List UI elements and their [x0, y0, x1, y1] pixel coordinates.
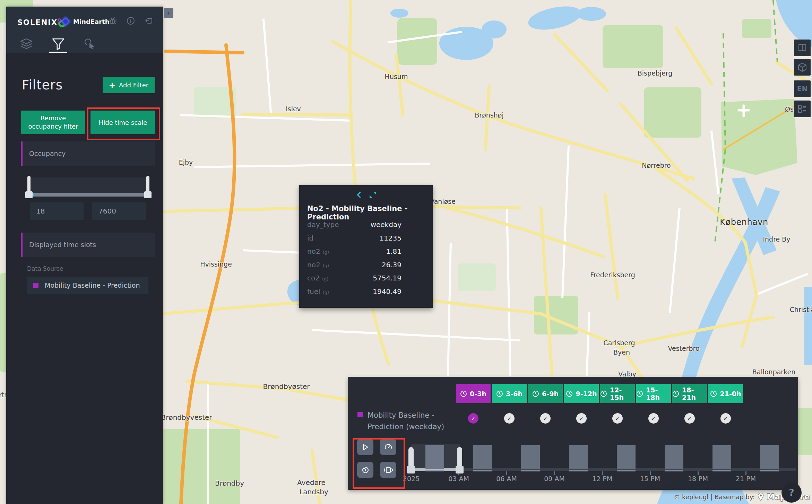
- locale-button[interactable]: EN: [794, 80, 811, 97]
- timeline-bar-underline: [665, 470, 683, 471]
- timeline-bar-underline: [521, 470, 540, 471]
- tooltip-row: id11235: [307, 234, 424, 247]
- tooltip-row-unit: (g): [323, 263, 329, 268]
- tooltip-row: fuel(g)1940.49: [307, 287, 424, 301]
- tab-interactions[interactable]: [82, 37, 98, 51]
- data-source-label: Data Source: [27, 265, 63, 272]
- timeline-axis-label: 03 AM: [448, 475, 469, 483]
- map-place-label: Brøndbyøster: [263, 382, 310, 391]
- occupancy-slider-knob-min[interactable]: [25, 191, 33, 198]
- tooltip-row-unit: (g): [322, 276, 328, 281]
- occupancy-min-input[interactable]: 18: [30, 202, 84, 220]
- timeline-knob-start[interactable]: [407, 466, 415, 473]
- occupancy-slider-handle-min[interactable]: [27, 176, 31, 193]
- tooltip-row-label: no2: [307, 261, 320, 269]
- exit-icon[interactable]: [144, 16, 153, 25]
- tooltip-rows: day_typeweekdayid11235no2(g)1.81no2(g)26…: [307, 220, 424, 301]
- info-icon[interactable]: [126, 16, 135, 25]
- timeline-bar: [712, 445, 731, 469]
- tooltip-row-label: co2: [307, 274, 320, 282]
- dataset-color-swatch: [33, 283, 38, 288]
- timeline-tick: [554, 471, 555, 475]
- timeline-bar: [521, 445, 540, 469]
- timeline-knob-end[interactable]: [456, 466, 464, 473]
- solenix-brand-text: SOLENIX: [17, 18, 58, 27]
- map-place-label: Vesterbro: [668, 345, 699, 352]
- timeline-axis-label: 06 AM: [496, 475, 517, 483]
- timeline-axis-label: 2025: [403, 475, 420, 483]
- collapse-sidebar-button[interactable]: ‹: [164, 8, 173, 18]
- tooltip-row-label: day_type: [307, 220, 339, 229]
- 3d-view-button[interactable]: [794, 59, 811, 76]
- hide-time-scale-button[interactable]: Hide time scale: [90, 111, 155, 134]
- occupancy-slider-handle-max[interactable]: [146, 176, 149, 193]
- plus-icon: +: [109, 81, 115, 90]
- tooltip-row: no2(g)26.39: [307, 261, 424, 274]
- tooltip-row-label: fuel: [307, 287, 320, 296]
- remove-occupancy-filter-button[interactable]: Remove occupancy filter: [21, 111, 85, 134]
- map-place-label: Christian: [790, 306, 812, 313]
- timeline-bar: [473, 445, 492, 469]
- help-button[interactable]: ?: [781, 483, 802, 503]
- map-place-label: Hvissinge: [200, 260, 232, 268]
- tooltip-row: co2(g)5754.19: [307, 274, 424, 287]
- mindearth-logo: MindEarth: [61, 17, 110, 26]
- map-place-label: Carlsberg: [603, 339, 635, 347]
- mindearth-logo-icon: [59, 15, 72, 28]
- displayed-time-slots-header[interactable]: Displayed time slots: [21, 233, 155, 257]
- map-place-label: Islev: [286, 105, 301, 113]
- tooltip-row-unit: (g): [323, 290, 329, 295]
- timeline-axis-label: 15 PM: [640, 475, 660, 483]
- mindearth-brand-text: MindEarth: [73, 18, 110, 25]
- map-place-label: Avedøre: [297, 478, 326, 487]
- tooltip-row: no2(g)1.81: [307, 247, 424, 261]
- tooltip-row-value: 1.81: [386, 247, 424, 255]
- bug-report-icon[interactable]: [108, 16, 117, 25]
- timeline-bar-underline: [760, 470, 779, 471]
- occupancy-slider-knob-max[interactable]: [144, 191, 152, 198]
- tooltip-row-label: id: [307, 234, 313, 242]
- timeline-axis[interactable]: [411, 468, 796, 471]
- map-place-label: Indre By: [763, 235, 790, 243]
- data-source-row[interactable]: Mobility Baseline - Prediction: [27, 277, 148, 294]
- tooltip-row-value: 11235: [379, 234, 424, 242]
- timeline-axis-label: 18 PM: [688, 475, 708, 483]
- occupancy-filter-header[interactable]: Occupancy: [21, 141, 155, 166]
- occupancy-filter-title: Occupancy: [29, 150, 66, 157]
- timeline-axis-label: 21 PM: [736, 475, 756, 483]
- timeline-bar: [425, 445, 444, 469]
- tab-filters[interactable]: [50, 37, 67, 51]
- timeline-bar-underline: [473, 470, 492, 471]
- map-place-label: Brønshøj: [475, 111, 503, 119]
- timeline-bar: [665, 445, 683, 469]
- map-place-label: Ballonparken: [752, 368, 795, 376]
- map-place-label: København: [720, 217, 768, 227]
- legend-button[interactable]: [794, 101, 811, 117]
- timeline-bar: [569, 445, 588, 469]
- side-panel-header: SOLENIX MindEarth: [6, 7, 163, 53]
- occupancy-max-input[interactable]: 7600: [92, 202, 146, 220]
- occupancy-range-track[interactable]: [27, 193, 150, 197]
- tooltip-title: No2 - Mobility Baseline - Prediction: [307, 205, 433, 221]
- map-place-label: Brøndby: [215, 479, 244, 487]
- tooltip-row-label: no2: [307, 247, 320, 255]
- map-place-label: Husum: [385, 73, 408, 80]
- split-map-button[interactable]: [794, 40, 811, 56]
- tooltip-back-icon[interactable]: [356, 191, 362, 198]
- tooltip-expand-icon[interactable]: [369, 191, 376, 198]
- timeline: 202503 AM06 AM09 AM12 PM15 PM18 PM21 PM: [348, 377, 798, 490]
- timeline-tick: [506, 471, 507, 475]
- tooltip-row-value: weekday: [371, 220, 424, 229]
- app-window: HusumIslevEjbyBispebjergBrønshøjNørrebro…: [0, 0, 812, 504]
- tab-layers[interactable]: [18, 37, 35, 51]
- add-filter-button[interactable]: + Add Filter: [103, 77, 155, 93]
- feature-tooltip: No2 - Mobility Baseline - Prediction day…: [299, 185, 433, 308]
- timeline-tick: [698, 471, 699, 475]
- map-place-label: Byen: [613, 348, 630, 356]
- map-place-label: Brøndbyvester: [161, 413, 212, 422]
- timeline-bar-underline: [712, 470, 731, 471]
- maplibre-pin-icon: [758, 493, 764, 501]
- map-place-label: Bispebjerg: [638, 69, 673, 77]
- timeline-bar-underline: [617, 470, 636, 471]
- page-title: Filters: [22, 78, 63, 93]
